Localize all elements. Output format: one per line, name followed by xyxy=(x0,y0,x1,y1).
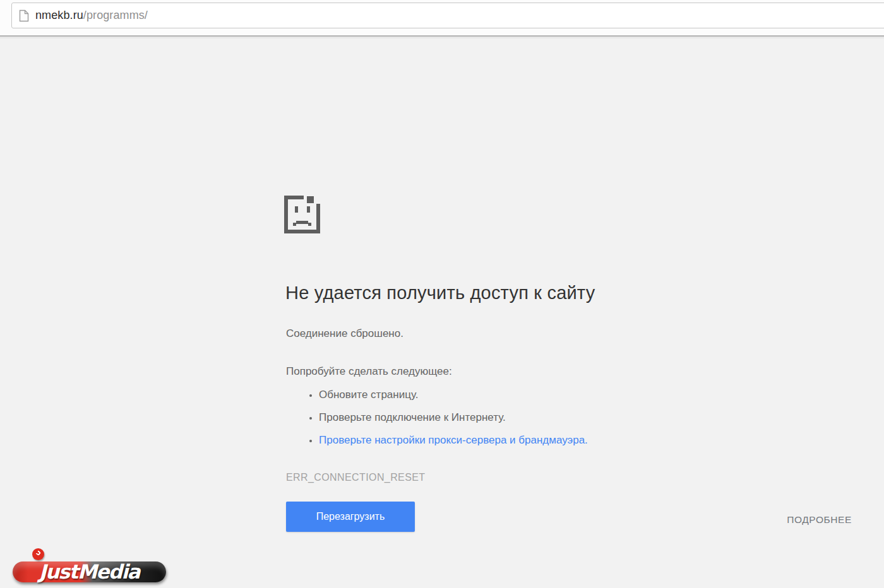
logo-text: JustMedia xyxy=(39,562,140,582)
logo-text-media: Media xyxy=(78,560,140,583)
details-button[interactable]: ПОДРОБНЕЕ xyxy=(782,510,857,529)
page-icon[interactable] xyxy=(19,9,29,22)
logo-pill: JustMedia xyxy=(13,562,166,582)
url-input[interactable]: nmekb.ru/programms/ xyxy=(35,9,148,22)
error-page: Не удается получить доступ к сайту Соеди… xyxy=(0,38,884,588)
error-code: ERR_CONNECTION_RESET xyxy=(286,472,425,483)
suggestions-list: Обновите страницу. Проверьте подключение… xyxy=(286,384,588,452)
url-bar[interactable]: nmekb.ru/programms/ xyxy=(11,3,884,28)
logo-text-just: Just xyxy=(39,560,78,583)
suggestion-label: Обновите страницу. xyxy=(319,389,418,401)
proxy-firewall-link[interactable]: Проверьте настройки прокси-сервера и бра… xyxy=(319,434,588,446)
suggestion-refresh: Обновите страницу. xyxy=(319,384,588,406)
url-path: /programms/ xyxy=(83,9,148,21)
logo-dot-icon xyxy=(32,548,44,560)
browser-toolbar: nmekb.ru/programms/ xyxy=(0,0,884,37)
url-host: nmekb.ru xyxy=(35,9,83,21)
suggestion-check-connection: Проверьте подключение к Интернету. xyxy=(319,406,588,429)
error-title: Не удается получить доступ к сайту xyxy=(285,283,595,303)
sad-page-icon xyxy=(284,196,320,236)
reload-button[interactable]: Перезагрузить xyxy=(286,502,415,532)
suggestion-label: Проверьте подключение к Интернету. xyxy=(319,411,506,423)
error-description: Соединение сброшено. xyxy=(286,327,403,340)
suggestions-intro: Попробуйте сделать следующее: xyxy=(286,365,452,378)
suggestion-check-proxy: Проверьте настройки прокси-сервера и бра… xyxy=(319,429,588,452)
